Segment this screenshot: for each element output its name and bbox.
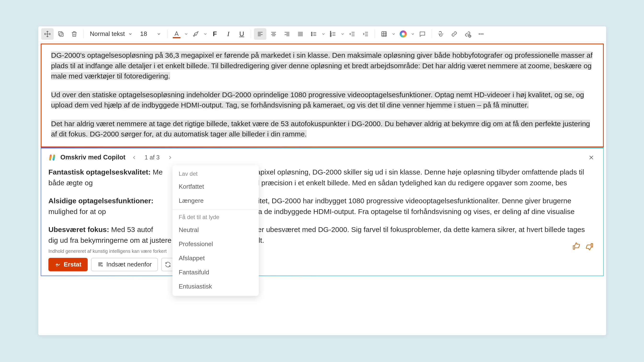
menu-separator	[172, 209, 259, 210]
svg-rect-1	[58, 31, 62, 35]
copilot-close-button[interactable]	[586, 153, 596, 162]
doc-paragraph-3: Det har aldrig været nemmere at tage det…	[51, 118, 594, 139]
size-label: 18	[140, 30, 147, 37]
menu-item-concise[interactable]: Kortfattet	[172, 180, 259, 194]
copilot-disclaimer: Indhold genereret af kunstig intelligens…	[48, 249, 596, 254]
font-color-button[interactable]	[170, 28, 183, 40]
unlink-button[interactable]	[462, 28, 474, 40]
replace-button[interactable]: Erstat	[48, 258, 88, 271]
svg-point-11	[480, 33, 482, 34]
font-color-chevron[interactable]	[184, 32, 188, 36]
svg-point-4	[311, 35, 312, 36]
menu-item-imaginative[interactable]: Fantasifuld	[172, 265, 259, 279]
menu-item-professional[interactable]: Professionel	[172, 237, 259, 251]
svg-point-3	[311, 33, 312, 34]
svg-point-12	[482, 33, 484, 34]
numbered-list-button[interactable]: 123	[327, 28, 339, 40]
highlight-button[interactable]	[190, 28, 202, 40]
copilot-feedback	[572, 242, 594, 251]
move-button[interactable]	[41, 28, 54, 40]
copilot-header: Omskriv med Copilot 1 af 3	[48, 153, 596, 162]
bold-button[interactable]: F	[209, 28, 221, 40]
outdent-button[interactable]	[346, 28, 358, 40]
font-size-select[interactable]: 18	[137, 28, 164, 40]
menu-item-longer[interactable]: Længere	[172, 194, 259, 208]
paragraph-style-select[interactable]: Normal tekst	[86, 28, 136, 40]
copilot-counter: 1 af 3	[143, 154, 162, 161]
more-button[interactable]	[475, 28, 487, 40]
copilot-logo-icon	[48, 153, 56, 162]
highlight-chevron[interactable]	[203, 32, 208, 36]
copilot-actions: Erstat Indsæt nedenfor	[48, 258, 596, 271]
bullet-chevron[interactable]	[321, 32, 326, 36]
copilot-panel: Omskriv med Copilot 1 af 3 Fantastisk op…	[41, 147, 604, 276]
menu-group-label-2: Få det til at lyde	[172, 211, 259, 223]
menu-group-label-1: Lav det	[172, 168, 259, 180]
thumbs-up-button[interactable]	[572, 242, 581, 251]
delete-button[interactable]	[68, 28, 80, 40]
doc-paragraph-2: Ud over den statiske optagelsesopløsning…	[51, 89, 594, 110]
comment-button[interactable]	[416, 28, 428, 40]
italic-button[interactable]: I	[222, 28, 234, 40]
numbered-chevron[interactable]	[340, 32, 345, 36]
menu-item-enthusiastic[interactable]: Entusiastisk	[172, 279, 259, 294]
thumbs-down-button[interactable]	[585, 242, 594, 251]
svg-text:3: 3	[330, 34, 331, 37]
insert-below-button[interactable]: Indsæt nedenfor	[91, 258, 158, 271]
menu-item-casual[interactable]: Afslappet	[172, 251, 259, 265]
strikethrough-button[interactable]	[434, 28, 447, 40]
copy-button[interactable]	[54, 28, 67, 40]
bullet-list-button[interactable]	[308, 28, 320, 40]
menu-item-neutral[interactable]: Neutral	[172, 223, 259, 237]
align-right-button[interactable]	[281, 28, 293, 40]
doc-paragraph-1: DG-2000's optagelsesopløsning på 36,3 me…	[51, 50, 594, 81]
link-button[interactable]	[448, 28, 460, 40]
document-body[interactable]: DG-2000's optagelsesopløsning på 36,3 me…	[41, 43, 604, 147]
copilot-next-button[interactable]	[165, 153, 175, 162]
app-frame: Normal tekst 18 F I U 123	[38, 26, 606, 335]
copilot-paragraph-2: Alsidige optagelsesfunktioner: kvalitet,…	[48, 195, 596, 217]
tone-dropdown-menu: Lav det Kortfattet Længere Få det til at…	[172, 165, 259, 296]
svg-point-2	[311, 32, 312, 33]
copilot-body: Fantastisk optagelseskvalitet: Me gapixe…	[48, 167, 596, 246]
toolbar: Normal tekst 18 F I U 123	[38, 26, 606, 42]
align-left-button[interactable]	[254, 28, 266, 40]
table-chevron[interactable]	[391, 32, 396, 36]
copilot-icon	[400, 30, 407, 37]
svg-rect-0	[60, 33, 63, 36]
align-justify-button[interactable]	[294, 28, 307, 40]
copilot-chevron[interactable]	[410, 32, 415, 36]
copilot-toolbar-button[interactable]	[397, 28, 410, 40]
svg-point-10	[479, 33, 480, 34]
copilot-prev-button[interactable]	[130, 153, 139, 162]
align-center-button[interactable]	[268, 28, 280, 40]
indent-button[interactable]	[360, 28, 372, 40]
copilot-title: Omskriv med Copilot	[60, 154, 126, 161]
underline-button[interactable]: U	[236, 28, 248, 40]
copilot-paragraph-3: Ubesværet fokus: Med 53 autof øjeblik er…	[48, 224, 596, 246]
table-button[interactable]	[378, 28, 390, 40]
copilot-paragraph-1: Fantastisk optagelseskvalitet: Me gapixe…	[48, 167, 596, 188]
style-label: Normal tekst	[90, 30, 125, 37]
svg-rect-8	[382, 31, 386, 36]
